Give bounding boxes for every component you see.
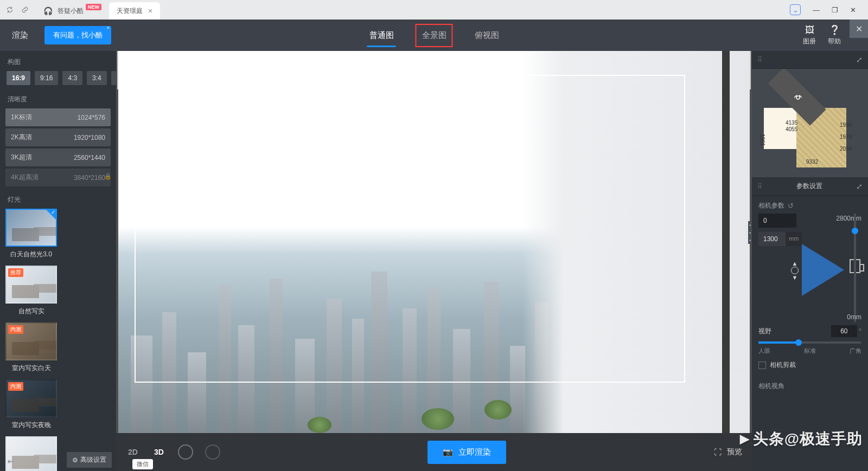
compass-icon[interactable] <box>205 444 220 460</box>
minimap[interactable]: 4135 4055 1999 2094 1974 9332 1961 <box>752 69 868 177</box>
light-indoor-day[interactable]: 内测室内写实白天 <box>5 322 57 376</box>
tab-project-label: 天资璟庭 <box>117 7 143 16</box>
render-preview <box>118 51 750 433</box>
camera-crop-checkbox[interactable]: 相机剪裁 <box>752 356 868 374</box>
gear-icon: ⚙ <box>72 456 78 464</box>
clarity-title: 清晰度 <box>0 88 116 108</box>
composition-title: 构图 <box>0 51 116 71</box>
app-header: 渲染 有问题，找小酷 × 普通图 全景图 俯视图 🖼图册 ❔帮助 ✕ <box>0 20 868 51</box>
wechat-tooltip: 微信 <box>132 459 153 469</box>
params-title: 参数设置 <box>796 182 822 191</box>
render-type-tabs: 普通图 全景图 俯视图 <box>367 24 501 47</box>
fullscreen-icon: ⛶ <box>714 448 722 456</box>
resolution-1k[interactable]: 1K标清1024*576 <box>5 108 111 126</box>
left-panel: 构图 16:9 9:16 4:3 3:4 1:1 清晰度 1K标清1024*57… <box>0 51 116 471</box>
ratio-16-9[interactable]: 16:9 <box>7 71 30 85</box>
ratio-3-4[interactable]: 3:4 <box>87 71 107 85</box>
drag-grip-icon[interactable]: ⠿ <box>757 183 763 190</box>
fov-input[interactable] <box>831 325 857 337</box>
light-fresh[interactable]: 小清新 <box>5 436 57 471</box>
lock-icon: 🔒 <box>104 173 112 180</box>
gallery-icon: 🖼 <box>805 25 814 36</box>
tab-project[interactable]: 天资璟庭 × <box>109 2 160 20</box>
svg-point-0 <box>796 96 800 99</box>
maximize-button[interactable]: ❐ <box>832 6 838 14</box>
gallery-button[interactable]: 🖼图册 <box>803 25 816 46</box>
tab-topview[interactable]: 俯视图 <box>473 24 501 47</box>
camera-angle-title: 相机视角 <box>758 382 784 391</box>
tab-normal[interactable]: 普通图 <box>367 24 396 47</box>
preview-button[interactable]: ⛶预览 <box>714 447 742 457</box>
help-button[interactable]: ❔帮助 <box>828 24 841 46</box>
resolution-3k[interactable]: 3K超清2560*1440 <box>5 149 111 166</box>
help-icon: ❔ <box>829 24 840 36</box>
reset-icon[interactable]: ↺ <box>788 202 794 210</box>
drag-grip-icon[interactable]: ⠿ <box>757 56 763 63</box>
advanced-settings-button[interactable]: ⚙高级设置 <box>67 452 112 468</box>
camera-zero-input[interactable] <box>758 214 796 228</box>
height-max-label: 2800mm <box>836 215 861 222</box>
ratio-9-16[interactable]: 9:16 <box>35 71 58 85</box>
viewport-toolbar: 2D 3D 📷立即渲染 ⛶预览 微信 <box>116 433 752 471</box>
tab-help-label: 答疑小酷 <box>58 7 84 16</box>
check-icon <box>46 210 56 220</box>
ratio-1-1[interactable]: 1:1 <box>111 71 116 85</box>
checkbox-icon <box>758 362 766 369</box>
chevron-up-icon[interactable]: ▲ <box>792 260 798 267</box>
window-titlebar: 🎧 答疑小酷 NEW 天资璟庭 × ⌄ — ❐ ✕ <box>0 0 868 20</box>
light-daylight[interactable]: 白天自然光3.0 <box>5 209 57 262</box>
resolution-2k[interactable]: 2K高清1920*1080 <box>5 128 111 146</box>
resolution-4k[interactable]: 4K超高清3840*2160🔒 <box>5 169 111 186</box>
lighting-title: 灯光 <box>0 189 116 209</box>
view-3d-button[interactable]: 3D <box>152 444 166 460</box>
collapse-icon[interactable]: ⇤ <box>8 457 15 466</box>
height-min-label: 0mm <box>847 313 861 321</box>
right-panel: ⠿⤢ 4135 4055 1999 2094 1974 9332 1961 ⠿参… <box>752 51 868 471</box>
camera-height-input[interactable] <box>758 232 786 246</box>
camera-params-title: 相机参数 <box>758 201 784 210</box>
camera-fov-cone <box>802 244 844 296</box>
height-slider[interactable] <box>854 214 856 322</box>
fov-slider[interactable] <box>758 341 861 344</box>
beta-badge: 内测 <box>8 382 23 391</box>
visibility-icon[interactable] <box>178 444 193 460</box>
light-natural[interactable]: 推荐自然写实 <box>5 266 57 319</box>
dropdown-icon[interactable]: ⌄ <box>790 4 801 15</box>
tab-help[interactable]: 🎧 答疑小酷 NEW <box>35 2 109 20</box>
new-badge: NEW <box>86 4 101 10</box>
help-tooltip[interactable]: 有问题，找小酷 × <box>44 26 111 44</box>
tab-panorama[interactable]: 全景图 <box>416 24 453 47</box>
fov-label: 视野 <box>758 327 771 336</box>
expand-icon[interactable]: ⤢ <box>856 55 863 64</box>
recommend-badge: 推荐 <box>8 268 23 277</box>
headset-icon: 🎧 <box>42 5 53 16</box>
viewport[interactable]: 2D 3D 📷立即渲染 ⛶预览 微信 <box>116 51 752 471</box>
close-button[interactable]: ✕ <box>850 6 856 14</box>
camera-icon: 📷 <box>443 447 453 457</box>
view-2d-button[interactable]: 2D <box>126 444 140 460</box>
ratio-4-3[interactable]: 4:3 <box>62 71 82 85</box>
light-indoor-night[interactable]: 内测室内写实夜晚 <box>5 379 57 433</box>
camera-vertical-control[interactable]: ▲▼ <box>791 260 799 281</box>
aspect-ratio-row: 16:9 9:16 4:3 3:4 1:1 <box>0 71 116 88</box>
minimize-button[interactable]: — <box>813 6 820 14</box>
link-icon[interactable] <box>20 4 30 15</box>
chevron-down-icon[interactable]: ▼ <box>792 274 798 281</box>
mode-render-label: 渲染 <box>0 30 40 41</box>
camera-nav-icon <box>793 94 803 101</box>
render-now-button[interactable]: 📷立即渲染 <box>427 441 506 464</box>
tooltip-close-icon[interactable]: × <box>106 25 110 31</box>
refresh-icon[interactable] <box>4 4 15 15</box>
beta-badge: 内测 <box>8 325 23 334</box>
close-panel-button[interactable]: ✕ <box>850 20 868 38</box>
tab-close-icon[interactable]: × <box>148 7 152 15</box>
right-resize-handle[interactable] <box>748 221 752 244</box>
expand-icon[interactable]: ⤢ <box>856 182 863 191</box>
